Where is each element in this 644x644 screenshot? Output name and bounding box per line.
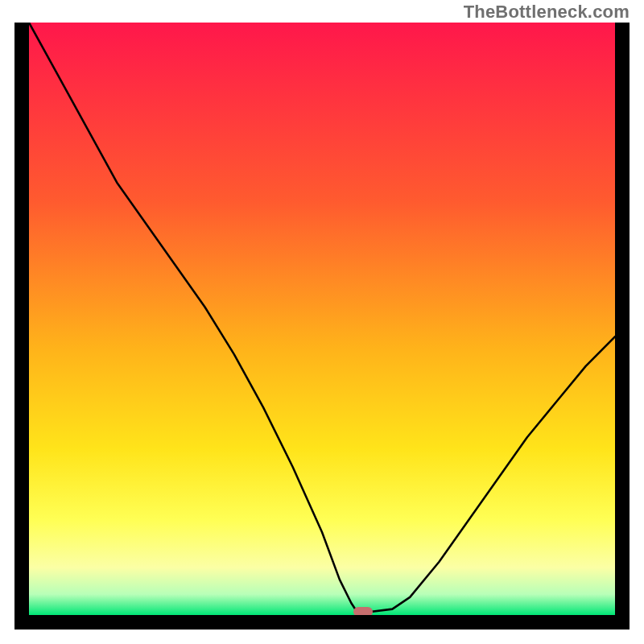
plot-area [29, 23, 615, 615]
bottleneck-curve [29, 23, 615, 612]
bottleneck-chart: TheBottleneck.com [0, 0, 644, 644]
curve-layer [29, 23, 615, 615]
optimal-marker-icon [353, 607, 373, 615]
watermark-label: TheBottleneck.com [464, 2, 630, 23]
chart-frame [14, 23, 630, 630]
